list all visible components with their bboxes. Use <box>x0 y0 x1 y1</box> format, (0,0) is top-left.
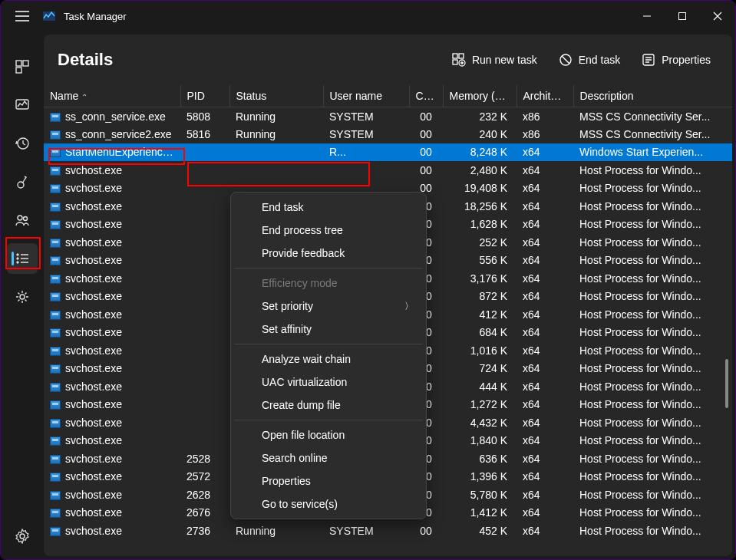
cell-pid <box>180 377 229 396</box>
cell-user <box>323 161 409 180</box>
cell-name: svchost.exe <box>44 197 180 216</box>
cell-pid: 2572 <box>180 468 229 486</box>
table-row[interactable]: svchost.exe2736RunningSYSTEM00452 Kx64Ho… <box>44 522 732 540</box>
cell-arch: x64 <box>517 432 573 450</box>
cell-name: svchost.exe <box>44 432 180 450</box>
cell-memory: 240 K <box>443 125 517 143</box>
sidebar-item-users[interactable] <box>7 205 38 236</box>
cell-memory: 4,432 K <box>443 413 517 432</box>
cell-arch: x64 <box>517 522 573 540</box>
cell-name: ss_conn_service.exe <box>44 107 180 126</box>
cm-services[interactable]: Go to service(s) <box>234 492 423 516</box>
cm-end-tree[interactable]: End process tree <box>234 219 423 242</box>
svg-rect-2 <box>16 61 21 66</box>
properties-label: Properties <box>662 54 711 66</box>
cm-open-location[interactable]: Open file location <box>234 423 423 446</box>
cell-pid <box>180 269 229 288</box>
maximize-button[interactable] <box>665 1 700 31</box>
minimize-button[interactable] <box>629 1 665 31</box>
cell-desc: Host Process for Windo... <box>573 216 732 234</box>
cell-name: svchost.exe <box>44 305 180 324</box>
table-header-row: Name⌃ PID Status User name CPU Memory (a… <box>44 85 732 107</box>
col-memory[interactable]: Memory (ac... <box>443 85 517 107</box>
cell-memory: 1,628 K <box>443 216 517 234</box>
sidebar-item-details[interactable] <box>7 243 38 274</box>
cell-desc: Host Process for Windo... <box>573 269 732 288</box>
cell-pid <box>180 324 229 342</box>
cm-set-affinity[interactable]: Set affinity <box>234 318 423 341</box>
minimize-icon <box>642 12 652 21</box>
table-row[interactable]: StartMenuExperience...R...008,248 Kx64Wi… <box>44 143 732 162</box>
sidebar <box>1 31 44 559</box>
cell-desc: MSS CS Connectivity Ser... <box>573 125 732 143</box>
cell-name: svchost.exe <box>44 522 180 540</box>
cell-memory: 3,176 K <box>443 269 517 288</box>
cell-desc: Host Process for Windo... <box>573 324 732 342</box>
cm-dump[interactable]: Create dump file <box>234 394 423 417</box>
table-row[interactable]: svchost.exe002,480 Kx64Host Process for … <box>44 161 732 180</box>
history-icon <box>15 136 30 151</box>
process-icon <box>50 509 61 518</box>
col-name[interactable]: Name⌃ <box>44 85 180 107</box>
scroll-thumb[interactable] <box>725 359 728 408</box>
cell-status <box>229 143 323 162</box>
properties-button[interactable]: Properties <box>632 48 720 71</box>
run-new-task-button[interactable]: Run new task <box>443 48 546 71</box>
window-controls <box>629 1 735 31</box>
close-icon <box>713 12 722 21</box>
cell-pid: 5816 <box>180 125 229 143</box>
col-cpu[interactable]: CPU <box>409 85 443 107</box>
cell-desc: Windows Start Experien... <box>573 143 732 162</box>
table-row[interactable]: ss_conn_service2.exe5816RunningSYSTEM002… <box>44 125 732 143</box>
end-task-button[interactable]: End task <box>550 48 629 71</box>
page-title: Details <box>58 50 113 70</box>
sidebar-item-services[interactable] <box>7 282 38 312</box>
cell-name: svchost.exe <box>44 269 180 288</box>
col-desc[interactable]: Description <box>573 85 732 107</box>
sidebar-item-app-history[interactable] <box>7 128 38 159</box>
cell-name: ss_conn_service2.exe <box>44 125 180 143</box>
cm-end-task[interactable]: End task <box>234 196 423 219</box>
cm-search-online[interactable]: Search online <box>234 446 423 469</box>
cell-name: StartMenuExperience... <box>44 143 180 162</box>
col-status[interactable]: Status <box>229 85 323 107</box>
cell-desc: Host Process for Windo... <box>573 413 732 432</box>
properties-icon <box>642 53 655 67</box>
process-icon <box>50 113 61 122</box>
cell-arch: x64 <box>517 233 573 252</box>
sidebar-item-startup[interactable] <box>7 166 38 197</box>
table-row[interactable]: ss_conn_service.exe5808RunningSYSTEM0023… <box>44 107 732 126</box>
close-button[interactable] <box>700 1 735 31</box>
cm-properties[interactable]: Properties <box>234 469 423 492</box>
svg-rect-15 <box>453 54 457 58</box>
run-task-icon <box>452 53 466 67</box>
svg-point-9 <box>24 217 28 221</box>
col-arch[interactable]: Architec... <box>517 85 573 107</box>
cell-desc: Host Process for Windo... <box>573 486 732 504</box>
sidebar-item-settings[interactable] <box>7 521 38 552</box>
cell-pid <box>180 180 229 198</box>
process-icon <box>50 292 61 301</box>
col-pid[interactable]: PID <box>180 85 229 107</box>
cell-name: svchost.exe <box>44 413 180 432</box>
cell-pid <box>180 197 229 216</box>
svg-point-12 <box>17 262 18 263</box>
users-icon <box>15 212 30 228</box>
processes-icon <box>15 59 30 74</box>
cell-pid <box>180 161 229 180</box>
cm-uac[interactable]: UAC virtualization <box>234 371 423 394</box>
cm-set-priority[interactable]: Set priority〉 <box>234 295 423 318</box>
cm-analyze[interactable]: Analyze wait chain <box>234 348 423 371</box>
cell-status: Running <box>229 107 323 126</box>
cell-arch: x64 <box>517 161 573 180</box>
vertical-scrollbar[interactable] <box>721 85 732 556</box>
sidebar-item-processes[interactable] <box>7 51 38 82</box>
cell-name: svchost.exe <box>44 468 180 486</box>
cm-feedback[interactable]: Provide feedback <box>234 242 423 265</box>
process-icon <box>50 491 61 500</box>
col-user[interactable]: User name <box>323 85 409 107</box>
svg-point-8 <box>18 216 22 220</box>
settings-icon <box>15 529 30 544</box>
sidebar-item-performance[interactable] <box>7 90 38 120</box>
hamburger-menu[interactable] <box>7 1 38 31</box>
